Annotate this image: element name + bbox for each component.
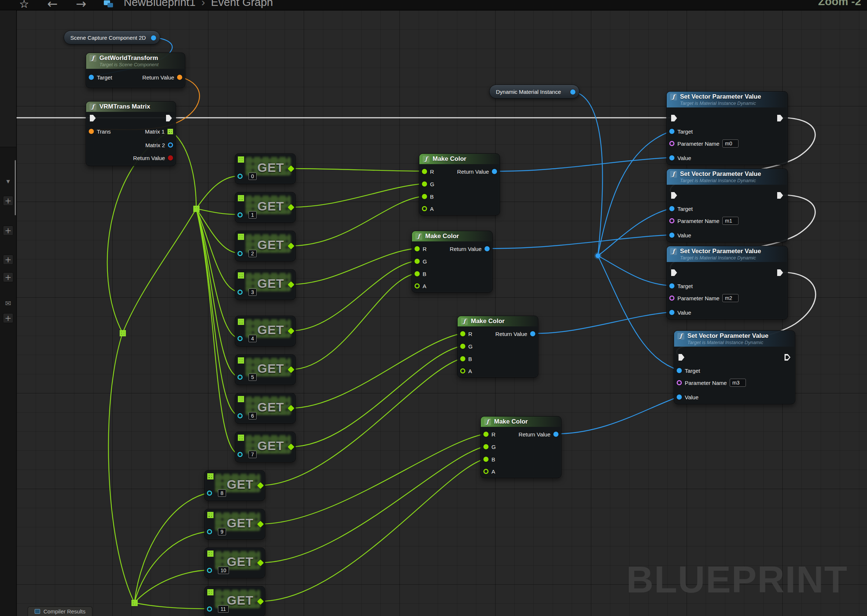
g-input-pin[interactable] [415, 259, 420, 264]
array-index-field[interactable]: 3 [249, 289, 256, 296]
parameter-name-field[interactable] [722, 294, 738, 302]
array-input-pin[interactable] [207, 607, 212, 611]
parameter-name-input-pin[interactable] [669, 218, 675, 223]
sidebar-scrollbar[interactable] [15, 160, 16, 215]
array-input-pin[interactable] [238, 251, 242, 256]
array-input-pin[interactable] [207, 568, 212, 573]
array-input-pin[interactable] [238, 336, 242, 341]
a-input-pin[interactable] [422, 206, 427, 211]
array-get-node-6[interactable]: GET 6 [235, 393, 296, 424]
collapse-caret-icon[interactable]: ▾ [3, 176, 13, 186]
array-index-field[interactable]: 4 [249, 335, 256, 342]
return-value-output-pin[interactable] [492, 169, 497, 174]
b-input-pin[interactable] [422, 194, 427, 199]
r-input-pin[interactable] [483, 432, 489, 437]
node-vrmtrans-matrix[interactable]: ƒVRMTrans Matrix Trans Matrix 1 Matrix 2… [86, 101, 176, 166]
mail-icon[interactable]: ✉ [3, 298, 13, 308]
array-index-field[interactable]: 11 [218, 605, 229, 613]
array-input-pin[interactable] [238, 413, 242, 418]
array-input-pin[interactable] [207, 529, 212, 534]
compiler-results-tab[interactable]: Compiler Results [28, 607, 93, 616]
exec-out-pin[interactable] [777, 269, 783, 276]
add-button[interactable]: + [3, 255, 13, 265]
return-value-output-pin[interactable] [530, 331, 535, 336]
node-make-color-2[interactable]: ƒMake Color R Return Value G B A [412, 231, 493, 292]
a-input-pin[interactable] [415, 283, 420, 289]
favorite-star-icon[interactable]: ☆ [19, 0, 29, 10]
node-get-world-transform[interactable]: ƒGetWorldTransform Target is Scene Compo… [86, 53, 185, 88]
breadcrumb-root[interactable]: NewBlueprint1 [124, 0, 195, 8]
array-index-field[interactable]: 7 [249, 451, 256, 458]
array-get-node-4[interactable]: GET 4 [235, 316, 296, 346]
array-index-field[interactable]: 0 [249, 173, 256, 180]
array-get-node-2[interactable]: GET 2 [235, 231, 296, 261]
exec-out-pin[interactable] [785, 354, 790, 361]
r-input-pin[interactable] [422, 169, 427, 174]
g-input-pin[interactable] [483, 444, 489, 449]
exec-in-pin[interactable] [678, 354, 684, 361]
add-button[interactable]: + [3, 313, 13, 323]
variable-output-pin[interactable] [570, 90, 576, 94]
exec-out-pin[interactable] [777, 115, 783, 121]
r-input-pin[interactable] [460, 331, 465, 336]
array-get-node-7[interactable]: GET 7 [235, 432, 296, 462]
back-arrow-icon[interactable]: ← [47, 0, 58, 10]
parameter-name-field[interactable] [730, 379, 746, 387]
r-input-pin[interactable] [415, 246, 420, 251]
g-input-pin[interactable] [422, 181, 427, 187]
array-input-pin[interactable] [238, 289, 242, 295]
array-input-pin[interactable] [238, 174, 242, 179]
matrix2-output-pin[interactable] [168, 142, 173, 148]
exec-out-pin[interactable] [166, 115, 172, 121]
parameter-name-input-pin[interactable] [669, 295, 675, 301]
variable-output-pin[interactable] [151, 35, 156, 41]
a-input-pin[interactable] [483, 469, 489, 474]
array-get-node-8[interactable]: GET 8 [205, 470, 265, 501]
node-set-vector-parameter-0[interactable]: ƒSet Vector Parameter Value Target is Ma… [666, 91, 788, 165]
forward-arrow-icon[interactable]: → [76, 0, 87, 10]
target-input-pin[interactable] [677, 368, 682, 373]
parameter-name-field[interactable] [722, 217, 738, 225]
value-input-pin[interactable] [669, 310, 675, 315]
exec-in-pin[interactable] [671, 192, 677, 199]
value-input-pin[interactable] [677, 394, 682, 400]
array-input-pin[interactable] [238, 212, 242, 217]
value-input-pin[interactable] [669, 155, 675, 160]
variable-node-dynamic-material[interactable]: Dynamic Material Instance [489, 85, 579, 99]
green-reroute-node[interactable] [193, 206, 200, 212]
array-index-field[interactable]: 10 [218, 567, 229, 574]
array-get-node-10[interactable]: GET 10 [205, 548, 265, 578]
node-set-vector-parameter-2[interactable]: ƒSet Vector Parameter Value Target is Ma… [666, 246, 788, 319]
node-set-vector-parameter-3[interactable]: ƒSet Vector Parameter Value Target is Ma… [674, 330, 795, 404]
g-input-pin[interactable] [460, 344, 465, 349]
value-input-pin[interactable] [669, 233, 675, 238]
blue-reroute-node[interactable] [596, 253, 601, 258]
array-index-field[interactable]: 8 [218, 489, 226, 497]
array-input-pin[interactable] [238, 452, 242, 457]
parameter-name-input-pin[interactable] [669, 141, 675, 146]
array-get-node-11[interactable]: GET 11 [205, 586, 265, 616]
add-button[interactable]: + [3, 226, 13, 236]
array-input-pin[interactable] [207, 490, 212, 496]
target-input-pin[interactable] [669, 129, 675, 134]
green-reroute-node[interactable] [120, 330, 126, 336]
return-value-output-pin[interactable] [168, 155, 173, 160]
b-input-pin[interactable] [460, 356, 465, 361]
exec-out-pin[interactable] [777, 192, 783, 199]
return-value-output-pin[interactable] [177, 75, 182, 80]
node-make-color-4[interactable]: ƒMake Color R Return Value G B A [480, 416, 562, 478]
parameter-name-input-pin[interactable] [677, 380, 682, 385]
array-get-node-1[interactable]: GET 1 [235, 192, 296, 223]
b-input-pin[interactable] [415, 271, 420, 277]
a-input-pin[interactable] [460, 368, 465, 374]
array-get-node-0[interactable]: GET 0 [235, 154, 296, 184]
target-input-pin[interactable] [669, 206, 675, 211]
exec-in-pin[interactable] [90, 115, 96, 121]
parameter-name-field[interactable] [722, 140, 738, 148]
matrix1-array-output-pin[interactable] [167, 129, 173, 134]
exec-in-pin[interactable] [671, 269, 677, 276]
return-value-output-pin[interactable] [553, 432, 559, 437]
array-index-field[interactable]: 1 [249, 211, 256, 218]
array-get-node-9[interactable]: GET 9 [205, 509, 265, 539]
exec-in-pin[interactable] [671, 115, 677, 121]
